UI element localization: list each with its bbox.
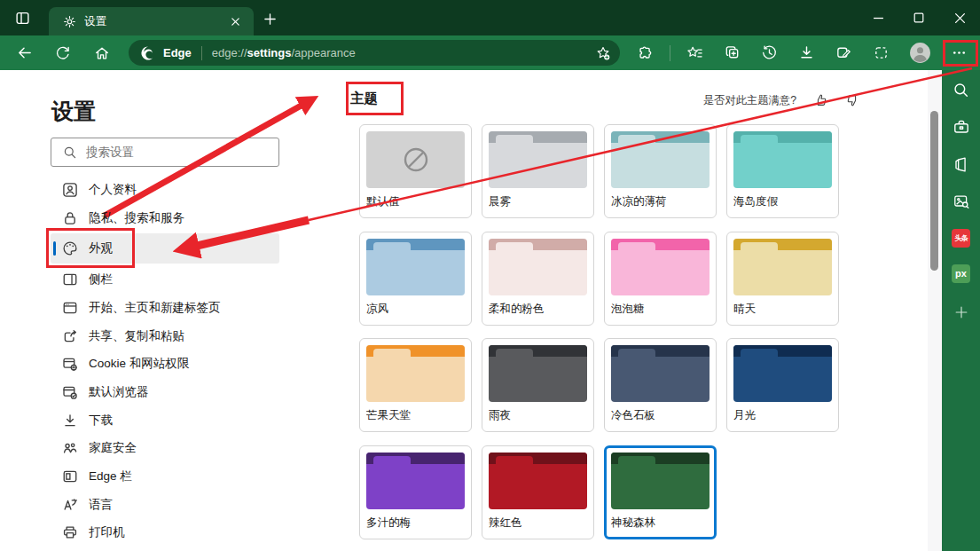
downloads-button[interactable] (791, 39, 821, 67)
home-icon (94, 45, 110, 61)
split-window-icon (62, 272, 78, 287)
search-input[interactable] (86, 146, 278, 159)
sidebar-item-printers[interactable]: 打印机 (0, 519, 302, 547)
theme-card[interactable]: 晨雾 (482, 124, 594, 218)
theme-thumbnail (366, 453, 465, 509)
theme-thumbnail (733, 131, 832, 188)
theme-name: 芒果天堂 (366, 408, 465, 423)
rail-add-button[interactable] (948, 299, 975, 326)
edge-side-rail: 头条 px (942, 70, 980, 551)
theme-name: 默认值 (366, 194, 465, 209)
browser-tab-settings[interactable]: 设置 (49, 7, 254, 35)
thumbs-down-button[interactable] (841, 89, 864, 112)
sidebar-item-languages[interactable]: 语言 (0, 491, 302, 519)
default-browser-icon (62, 384, 78, 400)
download-icon (798, 44, 815, 61)
sidebar-item-sidebar[interactable]: 侧栏 (0, 265, 302, 294)
favorites-button[interactable] (679, 39, 710, 67)
sidebar-item-appearance[interactable]: 外观 (0, 232, 302, 265)
theme-card[interactable]: 泡泡糖 (604, 232, 717, 326)
family-icon (62, 440, 78, 456)
favorites-star-icon (686, 44, 703, 61)
briefcase-icon (953, 118, 970, 136)
theme-thumbnail (366, 345, 465, 402)
web-capture-button[interactable] (828, 39, 858, 67)
puzzle-icon (638, 44, 655, 61)
refresh-icon (55, 45, 71, 61)
rail-px-button[interactable]: px (948, 260, 975, 287)
minimize-button[interactable] (858, 0, 898, 35)
theme-card[interactable]: 冷色石板 (604, 338, 717, 432)
profile-avatar-button[interactable] (905, 39, 935, 67)
image-creator-icon (953, 193, 970, 210)
theme-thumbnail (489, 131, 587, 188)
theme-thumbnail (366, 239, 465, 295)
close-icon (231, 17, 240, 27)
sidebar-item-default-browser[interactable]: 默认浏览器 (0, 378, 302, 406)
tab-title: 设置 (84, 14, 225, 29)
add-favorite-icon[interactable] (595, 45, 611, 61)
theme-card[interactable]: 月光 (726, 338, 839, 432)
page-title: 设置 (51, 97, 96, 126)
sidebar-item-start-home-newtab[interactable]: 开始、主页和新建标签页 (0, 294, 302, 322)
back-button[interactable] (10, 39, 38, 67)
scrollbar-thumb[interactable] (930, 111, 938, 271)
rail-browser-essentials-button[interactable] (948, 114, 975, 140)
rail-image-creator-button[interactable] (948, 188, 975, 215)
rail-toutiao-button[interactable]: 头条 (948, 224, 975, 251)
theme-card[interactable]: 冰凉的薄荷 (604, 124, 717, 218)
theme-card[interactable]: 柔和的粉色 (482, 232, 594, 326)
maximize-icon (913, 12, 924, 23)
screenshot-button[interactable] (866, 39, 896, 67)
theme-card[interactable]: 雨夜 (482, 338, 594, 432)
home-button[interactable] (88, 39, 116, 67)
window-controls (858, 0, 980, 35)
sidebar-item-cookies-permissions[interactable]: Cookie 和网站权限 (0, 350, 302, 378)
avatar-icon (909, 42, 931, 64)
more-ellipsis-icon (951, 44, 968, 61)
settings-search-box[interactable] (51, 138, 279, 167)
sidebar-item-privacy[interactable]: 隐私、搜索和服务 (0, 204, 302, 232)
theme-card[interactable]: 凉风 (359, 232, 472, 326)
theme-card-default[interactable]: 默认值 (359, 124, 472, 218)
palette-icon (62, 240, 78, 256)
theme-name: 月光 (733, 408, 832, 423)
theme-card[interactable]: 芒果天堂 (359, 338, 472, 432)
extensions-button[interactable] (631, 39, 661, 67)
dashed-select-icon (873, 44, 890, 61)
address-bar[interactable]: Edge edge://settings/appearance (129, 40, 620, 66)
plus-icon (953, 304, 969, 320)
theme-name: 冰凉的薄荷 (611, 194, 710, 209)
theme-name: 雨夜 (489, 408, 587, 423)
theme-card[interactable]: 晴天 (726, 232, 839, 326)
theme-card-selected[interactable]: 神秘森林 (604, 445, 717, 539)
theme-card[interactable]: 多汁的梅 (359, 445, 472, 539)
theme-thumbnail (733, 345, 832, 402)
tab-close-button[interactable] (225, 12, 245, 31)
close-window-button[interactable] (939, 0, 980, 35)
thumbs-up-button[interactable] (810, 89, 833, 112)
office-icon (953, 156, 969, 173)
sidebar-item-profile[interactable]: 个人资料 (0, 176, 302, 204)
new-tab-button[interactable] (261, 10, 278, 28)
theme-card[interactable]: 辣红色 (482, 445, 594, 539)
sidebar-item-downloads[interactable]: 下载 (0, 406, 302, 435)
sidebar-item-share-copy-paste[interactable]: 共享、复制和粘贴 (0, 322, 302, 350)
rail-office-button[interactable] (948, 151, 975, 177)
maximize-button[interactable] (898, 0, 939, 35)
refresh-button[interactable] (49, 39, 77, 67)
theme-name: 冷色石板 (611, 408, 710, 423)
workspaces-icon (15, 11, 30, 26)
rail-search-button[interactable] (948, 76, 975, 103)
language-icon (62, 497, 78, 513)
collections-button[interactable] (717, 39, 747, 67)
sidebar-item-edge-bar[interactable]: Edge 栏 (0, 462, 302, 491)
settings-and-more-button[interactable] (944, 39, 974, 67)
scrollbar-track[interactable] (928, 70, 942, 551)
theme-name: 神秘森林 (611, 516, 710, 531)
sidebar-item-family-safety[interactable]: 家庭安全 (0, 435, 302, 463)
window-tabs-icon (62, 300, 78, 316)
tab-actions-menu-button[interactable] (10, 6, 35, 29)
history-button[interactable] (754, 39, 784, 67)
theme-card[interactable]: 海岛度假 (726, 124, 839, 218)
